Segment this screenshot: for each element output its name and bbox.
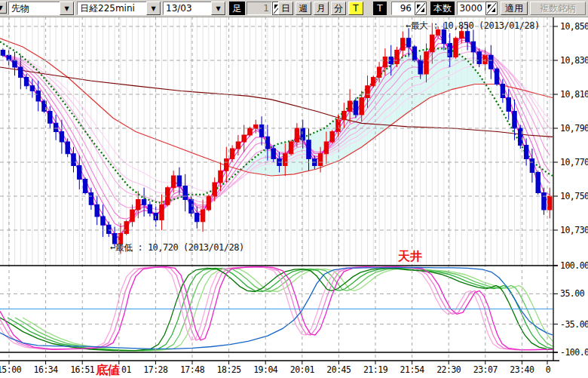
multi-symbol-button[interactable]: 複数銘柄 [530, 2, 586, 15]
annotation-min: ←最低 : 10,720 (2013/01/28) [110, 241, 244, 254]
svg-text:16:51: 16:51 [70, 364, 95, 375]
chart-canvas[interactable]: 10,85010,83010,81010,79010,77010,75010,7… [0, 0, 588, 378]
toolbar: ▼ 先物 ▼ 日経225mini ▼ 13/03 ▼ 足 1 日 週 月 分 T… [0, 0, 588, 17]
tick-label: T [373, 2, 387, 15]
svg-text:35.00: 35.00 [560, 288, 585, 299]
svg-text:23:40: 23:40 [510, 364, 534, 375]
svg-text:10,790: 10,790 [560, 123, 588, 134]
timeframe-month-button[interactable]: 月 [314, 2, 329, 15]
timeframe-week-button[interactable]: 週 [296, 2, 311, 15]
svg-text:20:01: 20:01 [290, 364, 315, 375]
svg-text:0: 0 [546, 364, 551, 375]
chevron-down-icon[interactable]: ▼ [60, 2, 74, 15]
svg-text:10,730: 10,730 [560, 225, 588, 235]
svg-text:18:25: 18:25 [217, 364, 241, 375]
svg-text:23:07: 23:07 [473, 364, 498, 375]
svg-text:-35.00: -35.00 [560, 319, 588, 330]
symbol-combobox[interactable]: 日経225mini ▼ [77, 2, 161, 15]
svg-text:10,770: 10,770 [560, 157, 588, 167]
svg-text:10,810: 10,810 [560, 89, 588, 100]
annotation-max: ←最大 : 10,850 (2013/01/28) [406, 20, 540, 32]
annotation-ceiling: 天井 [398, 249, 422, 265]
svg-text:17:48: 17:48 [180, 364, 205, 375]
svg-text:21:19: 21:19 [363, 364, 388, 375]
svg-text:17:28: 17:28 [143, 364, 168, 375]
svg-text:15:00: 15:00 [0, 364, 22, 375]
chart-area[interactable]: 10,85010,83010,81010,79010,77010,75010,7… [0, 0, 588, 378]
symbol-value: 日経225mini [78, 2, 146, 15]
svg-text:19:04: 19:04 [253, 364, 278, 375]
annotation-bottom: 底値 [96, 363, 120, 378]
instrument-type-value: 先物 [9, 2, 60, 15]
svg-text:10,830: 10,830 [560, 55, 588, 66]
bar-count-label: 本数 [430, 2, 455, 15]
svg-text:-100.00: -100.00 [560, 347, 588, 358]
svg-text:22:30: 22:30 [436, 364, 461, 375]
bar-type-label: 足 [229, 2, 245, 15]
interval-input[interactable]: 1 [247, 2, 272, 15]
timeframe-minute-button[interactable]: 分 [331, 2, 346, 15]
apply-button[interactable]: 適用 [501, 2, 528, 15]
tick-count-input[interactable]: 96 [391, 2, 415, 15]
svg-text:100.00: 100.00 [560, 260, 588, 271]
tick-count-spinner-icon[interactable] [415, 2, 427, 15]
contract-month-value: 13/03 [164, 3, 211, 14]
instrument-type-combobox[interactable]: 先物 ▼ [8, 2, 75, 15]
timeframe-tick-button[interactable]: T [348, 2, 363, 15]
svg-text:10,750: 10,750 [560, 191, 588, 201]
bar-count-spinner-icon[interactable] [485, 2, 498, 15]
svg-text:10,850: 10,850 [560, 21, 588, 32]
chevron-down-icon[interactable]: ▼ [146, 2, 161, 15]
bar-count-input[interactable]: 3000 [457, 2, 485, 15]
chevron-down-icon[interactable]: ▼ [211, 2, 225, 15]
timeframe-day-button[interactable]: 日 [278, 2, 293, 15]
svg-text:21:54: 21:54 [400, 364, 425, 375]
partial-combo-arrow-icon[interactable]: ▼ [0, 2, 7, 14]
svg-text:20:45: 20:45 [326, 364, 351, 375]
svg-text:16:34: 16:34 [34, 364, 59, 375]
contract-month-combobox[interactable]: 13/03 ▼ [163, 2, 226, 15]
